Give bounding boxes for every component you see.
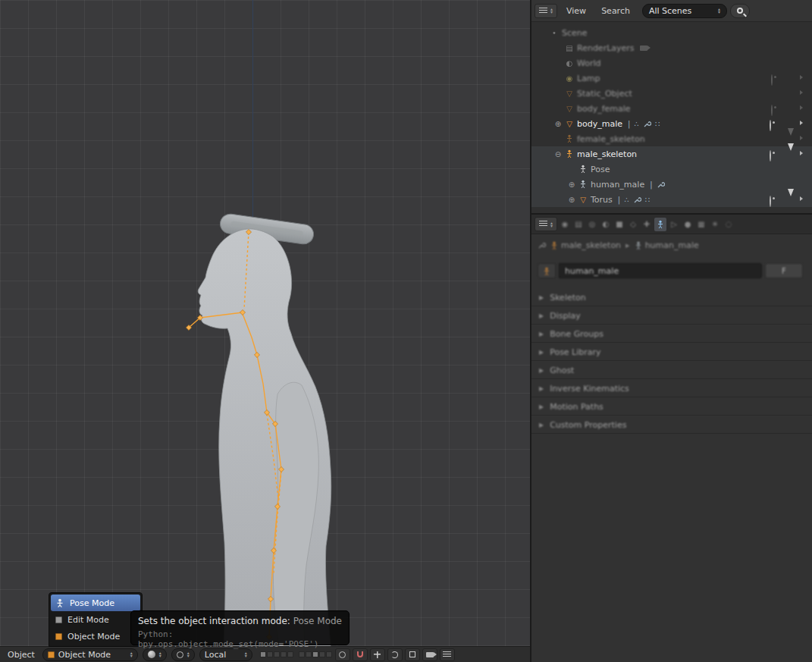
outliner-row-static-object[interactable]: ▽ Static_Object: [531, 86, 812, 101]
tab-render-layers-icon[interactable]: ▤: [572, 218, 585, 231]
render-opengl-anim-button[interactable]: [440, 648, 455, 661]
outliner-label[interactable]: Scene: [562, 28, 588, 38]
outliner-row-pose[interactable]: Pose: [531, 162, 812, 177]
layer-toggle[interactable]: [287, 651, 293, 657]
visibility-eye-icon[interactable]: [770, 150, 771, 162]
pose-icon: [577, 165, 589, 174]
outliner-row-male-skeleton[interactable]: ⊖ male_skeleton: [531, 146, 812, 162]
world-icon: ◐: [563, 59, 575, 67]
search-button[interactable]: [730, 4, 750, 18]
layers-grid[interactable]: [260, 651, 332, 657]
outliner-label[interactable]: Torus: [591, 195, 613, 205]
collapse-icon[interactable]: ⊖: [553, 150, 563, 158]
panel-motion-paths[interactable]: ▶ Motion Paths: [531, 399, 812, 416]
layer-toggle[interactable]: [274, 651, 280, 657]
layer-toggle[interactable]: [260, 651, 266, 657]
panel-bone-groups[interactable]: ▶ Bone Groups: [531, 326, 812, 343]
tab-constraints-icon[interactable]: ◇: [627, 218, 639, 231]
select-restrict-icon[interactable]: [788, 189, 794, 206]
pivot-point-dropdown[interactable]: ▴▾: [171, 648, 195, 661]
layer-toggle[interactable]: [326, 651, 332, 657]
menu-item-edit-mode[interactable]: Edit Mode: [51, 611, 140, 628]
rotate-icon: [391, 651, 398, 658]
outliner-label[interactable]: body_female: [577, 104, 631, 114]
tab-bone-icon[interactable]: ▷: [668, 218, 680, 231]
outliner-label[interactable]: Lamp: [577, 74, 600, 83]
tab-texture-icon[interactable]: ▦: [695, 218, 707, 231]
tab-particles-icon[interactable]: ✳: [709, 218, 721, 231]
separator: |: [618, 196, 620, 204]
tab-object-data-icon[interactable]: [654, 218, 666, 231]
tab-object-icon[interactable]: ■: [613, 218, 625, 231]
datablock-name-input[interactable]: [559, 263, 762, 278]
expand-icon[interactable]: ⊕: [566, 196, 577, 204]
menu-item-object-mode[interactable]: Object Mode: [51, 628, 140, 645]
select-restrict-icon[interactable]: [788, 143, 794, 161]
breadcrumb-object[interactable]: male_skeleton: [550, 240, 621, 250]
tab-world-icon[interactable]: ◐: [600, 218, 612, 231]
panel-display[interactable]: ▶ Display: [531, 308, 812, 325]
menu-item-pose-mode[interactable]: Pose Mode: [51, 595, 140, 611]
display-mode-dropdown[interactable]: All Scenes ▴▾: [642, 4, 727, 18]
outliner-row-body-female[interactable]: ▽ body_female: [531, 101, 812, 116]
lock-to-scene-button[interactable]: [335, 648, 350, 661]
tab-modifiers-icon[interactable]: ✚: [641, 218, 653, 231]
layer-toggle[interactable]: [306, 651, 312, 657]
panel-pose-library[interactable]: ▶ Pose Library: [531, 344, 812, 361]
editor-type-button[interactable]: ▴▾: [535, 4, 557, 18]
outliner-row-human-male[interactable]: ⊕ human_male |: [531, 177, 812, 192]
manipulator-translate-button[interactable]: [370, 648, 385, 661]
outliner-row-scene[interactable]: • Scene: [531, 25, 812, 40]
outliner-row-body-male[interactable]: ⊕ ▽ body_male | ∴ ∷: [531, 116, 812, 131]
outliner-label[interactable]: Static_Object: [577, 89, 632, 99]
visibility-eye-icon[interactable]: [771, 105, 773, 116]
3d-viewport[interactable]: [0, 0, 530, 646]
panel-arrow-icon: ▶: [539, 422, 544, 428]
outliner-row-lamp[interactable]: ◉ Lamp: [531, 71, 812, 86]
outliner-label[interactable]: RenderLayers: [577, 43, 635, 53]
editor-type-button[interactable]: ▴▾: [535, 217, 557, 231]
panel-inverse-kinematics[interactable]: ▶ Inverse Kinematics: [531, 381, 812, 397]
fake-user-button[interactable]: F: [765, 263, 803, 278]
layer-toggle[interactable]: [299, 651, 305, 657]
orientation-dropdown[interactable]: Local ▴▾: [199, 648, 252, 661]
visibility-eye-icon[interactable]: [770, 120, 771, 131]
visibility-eye-icon[interactable]: [771, 74, 773, 86]
outliner-row-torus[interactable]: ⊕ ▽ Torus | ∴ ∷: [531, 192, 812, 207]
shading-dropdown[interactable]: ▴▾: [143, 648, 167, 661]
outliner-row-renderlayers[interactable]: ▤ RenderLayers: [531, 40, 812, 55]
outliner-label[interactable]: World: [577, 58, 601, 68]
snap-magnet-button[interactable]: [353, 648, 368, 661]
panel-skeleton[interactable]: ▶ Skeleton: [531, 290, 812, 306]
layer-toggle[interactable]: [312, 651, 318, 657]
search-menu[interactable]: Search: [595, 6, 636, 16]
layer-toggle[interactable]: [281, 651, 287, 657]
tab-render-icon[interactable]: ◉: [559, 218, 571, 231]
tab-scene-icon[interactable]: ◎: [586, 218, 598, 231]
outliner-label[interactable]: female_skeleton: [577, 134, 645, 144]
outliner-row-female-skeleton[interactable]: female_skeleton: [531, 131, 812, 146]
object-menu[interactable]: Object: [0, 650, 42, 660]
panel-ghost[interactable]: ▶ Ghost: [531, 362, 812, 379]
manipulator-rotate-button[interactable]: [387, 648, 403, 661]
outliner-label[interactable]: human_male: [591, 180, 644, 190]
expand-icon[interactable]: ⊕: [553, 120, 563, 128]
mode-dropdown[interactable]: Object Mode ▴▾: [42, 648, 138, 661]
outliner-label[interactable]: Pose: [591, 165, 610, 174]
outliner-label[interactable]: body_male: [577, 119, 622, 129]
view-menu[interactable]: View: [560, 6, 592, 16]
render-opengl-button[interactable]: [422, 648, 437, 661]
breadcrumb-data[interactable]: human_male: [635, 240, 699, 250]
outliner-row-world[interactable]: ◐ World: [531, 55, 812, 71]
panel-custom-properties[interactable]: ▶ Custom Properties: [531, 417, 812, 434]
tab-material-icon[interactable]: ●: [682, 218, 694, 231]
manipulator-scale-button[interactable]: [405, 648, 420, 661]
visibility-eye-icon[interactable]: [770, 196, 771, 207]
datablock-browse-button[interactable]: [538, 263, 556, 278]
expand-icon[interactable]: ⊕: [566, 180, 577, 189]
layer-toggle[interactable]: [319, 651, 325, 657]
layer-toggle[interactable]: [267, 651, 273, 657]
armature-data-icon: [543, 267, 550, 275]
outliner-label[interactable]: male_skeleton: [577, 149, 637, 159]
tab-physics-icon[interactable]: ◌: [723, 218, 735, 231]
